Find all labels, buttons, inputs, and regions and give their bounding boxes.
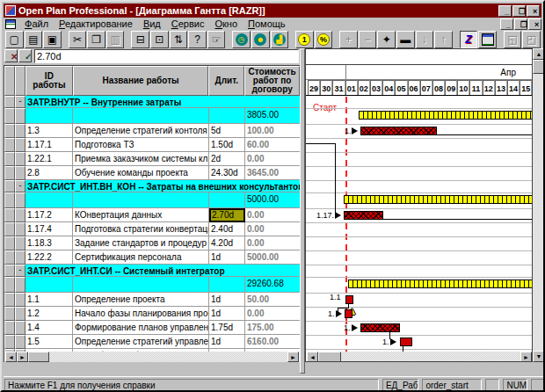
gantt-vscroll-thumb[interactable] — [533, 60, 545, 74]
row-marker-cell[interactable] — [4, 222, 15, 236]
duration-cell[interactable]: 1d — [209, 335, 245, 349]
gantt-bar-1.5[interactable] — [400, 338, 412, 346]
task-id-cell[interactable]: 1.4 — [25, 321, 73, 335]
gantt-bar-1.17.2[interactable] — [344, 211, 383, 220]
gantt-bar-summary-vn-kon[interactable] — [344, 195, 533, 204]
task-id-cell[interactable]: 1.17.1 — [25, 138, 73, 152]
scroll-down-icon[interactable]: ▼ — [533, 351, 545, 362]
task-id-cell[interactable]: 1.2 — [25, 307, 73, 321]
row-marker-cell[interactable] — [4, 307, 15, 321]
row-marker-cell[interactable] — [4, 166, 15, 180]
risk-analysis-button[interactable]: ▟ — [271, 31, 289, 48]
cost-cell[interactable]: 0.00 — [245, 236, 300, 250]
day-header-cell[interactable]: 13 — [495, 80, 507, 95]
row-marker-cell[interactable] — [4, 277, 15, 293]
duration-cell[interactable]: 2.40d — [209, 222, 245, 236]
row-marker-cell[interactable] — [4, 265, 15, 277]
duration-cell[interactable]: 1d — [209, 250, 245, 265]
copy-button[interactable]: ❐ — [87, 31, 105, 48]
table-hscroll-thumb[interactable] — [28, 352, 49, 362]
move-down-button[interactable]: ↓ — [416, 31, 434, 48]
scroll-left-icon[interactable]: ◄ — [5, 352, 17, 362]
duration-cell[interactable]: 1.75d — [209, 321, 245, 335]
task-name-cell[interactable]: Задание стандартов и процедур по д — [73, 236, 209, 250]
gantt-hscroll-thumb[interactable] — [318, 352, 341, 362]
task-id-cell[interactable]: 2.8 — [25, 166, 73, 180]
percent-complete-button[interactable]: % — [315, 31, 333, 48]
task-id-cell[interactable] — [25, 192, 73, 208]
time-analysis-button[interactable]: ◷ — [232, 31, 251, 48]
row-marker-cell[interactable] — [4, 321, 15, 335]
column-header-name[interactable]: Название работы — [73, 66, 209, 96]
day-header-cell[interactable]: 02 — [358, 80, 370, 95]
open-button[interactable]: ▤ — [25, 31, 43, 48]
subproject-button[interactable]: ▬ — [396, 31, 415, 48]
day-header-cell[interactable]: 06 — [408, 80, 420, 95]
row-marker-cell[interactable] — [4, 293, 15, 307]
task-name-cell[interactable]: Определение стратегий управления р — [73, 335, 209, 349]
expand-button[interactable]: ✦ — [377, 31, 396, 48]
restore-button[interactable]: ❐ — [512, 5, 526, 17]
group-title-cell[interactable]: ЗАТР.СИСТ_ИНТ.СИ -- Системный интегратор — [25, 265, 300, 277]
gantt-vscroll-track[interactable] — [533, 60, 545, 351]
cost-cell[interactable]: 0.00 — [245, 208, 300, 222]
column-header-duration[interactable]: Длит. — [208, 66, 244, 96]
new-button[interactable]: ▢ — [5, 31, 24, 48]
duration-cell[interactable]: 2d — [209, 152, 245, 166]
scroll-up-icon[interactable]: ▲ — [533, 48, 545, 60]
task-name-cell[interactable] — [73, 192, 209, 208]
menu-item[interactable]: Окно — [209, 18, 243, 29]
paste-button[interactable]: ▥ — [106, 31, 125, 48]
day-header-cell[interactable]: 11 — [469, 80, 482, 95]
gantt-scroll-left-icon[interactable]: ◄ — [307, 352, 318, 362]
duration-cell[interactable]: 1.50d — [209, 138, 245, 152]
window-cascade-button[interactable]: ◱ — [504, 31, 522, 48]
row-marker-cell[interactable] — [4, 236, 15, 250]
move-up-button[interactable]: ↑ — [434, 31, 453, 48]
duration-cell[interactable]: 1d — [209, 307, 245, 321]
print-button[interactable]: ⊟ — [131, 31, 149, 48]
help-button[interactable]: ? — [188, 31, 207, 48]
gantt-bar-1.1[interactable] — [345, 295, 353, 304]
month-band[interactable]: Апр — [306, 65, 533, 80]
sort-button[interactable]: ⇅ — [170, 31, 188, 48]
task-name-cell[interactable] — [73, 277, 209, 293]
task-name-cell[interactable]: Начало фазы планирования проекта — [73, 307, 209, 321]
task-id-cell[interactable] — [25, 108, 73, 124]
collapse-button[interactable]: - — [15, 265, 25, 277]
task-name-cell[interactable]: Подготовка стратегии конвертации — [73, 222, 209, 236]
window-tile-button[interactable]: ◰ — [522, 31, 541, 48]
task-name-cell[interactable]: КОнвертация данных — [73, 208, 209, 222]
row-marker-cell[interactable] — [4, 124, 15, 138]
task-id-cell[interactable]: 1.17.2 — [25, 208, 73, 222]
cost-cell[interactable]: 0.00 — [245, 222, 300, 236]
day-header-cell[interactable]: 07 — [420, 80, 432, 95]
menu-item[interactable]: Помощь — [243, 18, 291, 29]
cost-cell[interactable]: 0.00 — [245, 307, 300, 321]
cost-cell[interactable]: 6160.00 — [245, 335, 300, 349]
task-name-cell[interactable]: Приемка заказчиком системы клиент — [73, 152, 209, 166]
group-title-cell[interactable]: ЗАТР.ВНУТР -- Внутренние затраты — [25, 96, 300, 108]
duration-cell[interactable]: 2.70d — [209, 208, 245, 222]
row-marker-cell[interactable] — [4, 208, 15, 222]
day-header-cell[interactable]: 29 — [308, 80, 320, 95]
cost-cell[interactable]: 0.00 — [245, 152, 300, 166]
cost-cell[interactable]: 60.00 — [245, 138, 300, 152]
group-title-cell[interactable]: ЗАТР.СИСТ_ИНТ.ВН_КОН -- Затраты на внешн… — [25, 180, 300, 192]
mdi-restore-button[interactable]: ❐ — [514, 18, 527, 30]
save-button[interactable]: ▣ — [43, 31, 62, 48]
cost-cell[interactable]: 5000.00 — [245, 192, 300, 208]
row-marker-cell[interactable] — [4, 192, 15, 208]
day-header-cell[interactable]: 15 — [520, 80, 532, 95]
duration-cell[interactable]: 5d — [209, 124, 245, 138]
day-header-cell[interactable]: 09 — [445, 80, 457, 95]
duration-cell[interactable] — [209, 108, 245, 124]
task-id-cell[interactable]: 1.22.1 — [25, 152, 73, 166]
day-header-cell[interactable]: 01 — [345, 80, 358, 95]
task-name-cell[interactable]: Подготовка ТЗ — [73, 138, 209, 152]
gantt-bar-1.3[interactable] — [360, 127, 437, 135]
mdi-close-button[interactable]: × — [528, 18, 541, 30]
task-id-cell[interactable]: 1.1 — [25, 293, 73, 307]
day-header-cell[interactable]: 08 — [432, 80, 445, 95]
duration-cell[interactable]: 1d — [209, 293, 245, 307]
